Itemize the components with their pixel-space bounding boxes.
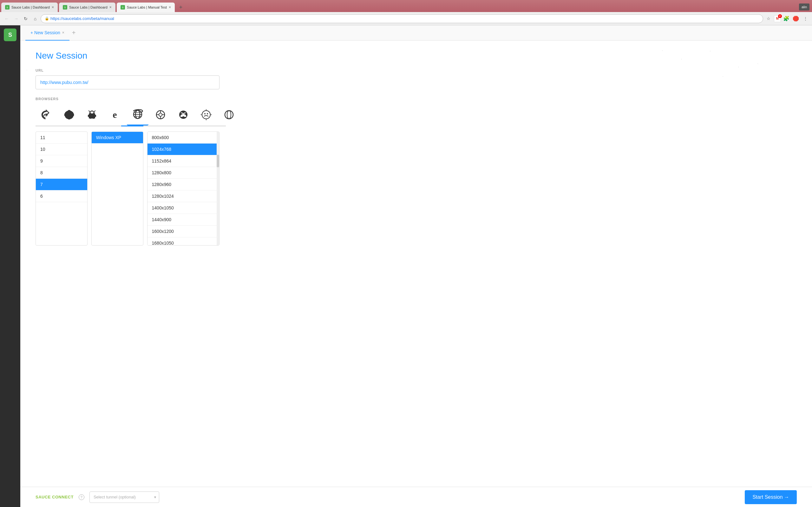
menu-button[interactable]: ⋮ <box>801 14 809 23</box>
browser-tab-2[interactable]: S Sauce Labs | Dashboard × <box>59 3 115 12</box>
browser-safari-mac-button[interactable] <box>58 104 80 125</box>
res-item-1680x1050[interactable]: 1680x1050 <box>148 237 219 245</box>
res-item-1600x1200[interactable]: 1600x1200 <box>148 226 219 237</box>
tab-title-2: Sauce Labs | Dashboard <box>69 5 107 9</box>
forward-button[interactable]: → <box>12 14 20 23</box>
tunnel-select[interactable]: Select tunnel (optional) <box>90 492 159 503</box>
home-button[interactable]: ⌂ <box>31 14 39 23</box>
selection-area: 11 10 9 8 7 6 <box>36 131 219 245</box>
browser-firefox-button[interactable] <box>172 104 194 125</box>
toolbar-right: ☆ M 2 🧩 🛑 ⋮ <box>764 14 809 23</box>
sauce-connect-label: SAUCE CONNECT <box>36 495 73 499</box>
res-item-1280x800[interactable]: 1280x800 <box>148 167 219 179</box>
scrollbar-track <box>217 132 219 245</box>
svg-rect-3 <box>95 115 96 117</box>
app-layout: S + New Session × + • • • • + + + New Se… <box>0 25 812 507</box>
app-logo: S <box>4 29 16 41</box>
svg-point-25 <box>207 113 208 114</box>
tunnel-select-wrapper: Select tunnel (optional) ▾ <box>90 492 159 503</box>
version-item-9[interactable]: 9 <box>36 155 87 167</box>
add-tab-button[interactable]: + <box>72 29 76 37</box>
os-item-winxp[interactable]: Windows XP <box>92 132 143 144</box>
bottom-bar: SAUCE CONNECT ? Select tunnel (optional)… <box>20 487 812 507</box>
svg-line-8 <box>89 111 90 112</box>
version-item-10[interactable]: 10 <box>36 144 87 155</box>
svg-text:e: e <box>113 109 117 120</box>
browser-icons-row: ↺ <box>36 104 797 125</box>
url-input[interactable] <box>36 75 219 89</box>
scrollbar-thumb[interactable] <box>217 155 219 167</box>
res-item-1152x864[interactable]: 1152x864 <box>148 155 219 167</box>
extension-icon-2[interactable]: 🛑 <box>792 14 800 23</box>
version-item-7[interactable]: 7 <box>36 179 87 190</box>
reload-button[interactable]: ↻ <box>21 14 30 23</box>
extension-icon-1[interactable]: 🧩 <box>782 14 791 23</box>
svg-point-23 <box>202 111 210 119</box>
tab-close-2[interactable]: × <box>109 5 112 9</box>
browser-divider <box>36 125 226 126</box>
browser-android-button[interactable] <box>81 104 103 125</box>
main-content: • • • • + + + New Session URL BROWSERS <box>20 41 812 507</box>
back-button[interactable]: ← <box>3 14 11 23</box>
browser-phantomjs-button[interactable] <box>195 104 217 125</box>
sauce-connect-help-button[interactable]: ? <box>79 494 84 500</box>
svg-rect-5 <box>93 117 94 119</box>
tab-favicon-1: S <box>5 5 9 9</box>
svg-rect-1 <box>89 113 95 118</box>
browser-tab-3[interactable]: S Sauce Labs | Manual Test × <box>117 3 175 12</box>
tab-close-1[interactable]: × <box>52 5 54 9</box>
tab-favicon-2: S <box>63 5 67 9</box>
browser-selected-indicator <box>121 125 143 126</box>
ssl-lock-icon: 🔒 <box>45 16 49 20</box>
tab-title-3: Sauce Labs | Manual Test <box>127 5 167 9</box>
address-bar[interactable]: 🔒 https://saucelabs.com/beta/manual <box>41 14 763 23</box>
page-title: New Session <box>36 51 797 61</box>
svg-rect-2 <box>88 115 89 117</box>
tab-close-3[interactable]: × <box>169 5 171 9</box>
svg-text:↺: ↺ <box>44 112 48 118</box>
sidebar: S <box>0 25 20 507</box>
res-item-800x600[interactable]: 800x600 <box>148 132 219 144</box>
deco-dot-2: • <box>757 63 758 65</box>
svg-point-17 <box>159 113 162 116</box>
tab-title-1: Sauce Labs | Dashboard <box>11 5 50 9</box>
tab-bar: S Sauce Labs | Dashboard × S Sauce Labs … <box>0 0 812 12</box>
svg-rect-4 <box>90 117 91 119</box>
version-list-panel: 11 10 9 8 7 6 <box>36 131 88 245</box>
url-label: URL <box>36 68 797 72</box>
start-session-button[interactable]: Start Session → <box>745 490 797 504</box>
deco-dot-7: + <box>738 66 739 68</box>
browser-edge-button[interactable]: e <box>104 104 125 125</box>
res-item-1024x768[interactable]: 1024x768 <box>148 144 219 155</box>
bookmark-star-icon[interactable]: ☆ <box>764 14 773 23</box>
browsers-section: BROWSERS ↺ <box>36 97 797 126</box>
user-label: alin <box>799 3 809 10</box>
svg-point-27 <box>227 111 231 119</box>
new-session-tab-close[interactable]: × <box>62 31 64 35</box>
app-tab-strip: + New Session × + <box>20 25 812 41</box>
version-item-8[interactable]: 8 <box>36 167 87 179</box>
res-item-1440x900[interactable]: 1440x900 <box>148 214 219 226</box>
gmail-icon[interactable]: M 2 <box>774 15 781 22</box>
res-item-1280x1024[interactable]: 1280x1024 <box>148 190 219 202</box>
browser-opera-button[interactable] <box>218 104 240 125</box>
svg-point-24 <box>204 113 206 114</box>
new-session-tab[interactable]: + New Session × <box>26 25 69 41</box>
browser-chrome-button[interactable] <box>150 104 171 125</box>
tab-new-button[interactable]: + <box>176 3 186 12</box>
version-item-11[interactable]: 11 <box>36 132 87 144</box>
browser-tab-1[interactable]: S Sauce Labs | Dashboard × <box>1 3 58 12</box>
version-item-6[interactable]: 6 <box>36 190 87 202</box>
svg-point-26 <box>225 111 233 119</box>
svg-line-9 <box>94 111 95 112</box>
browser-ie-button[interactable] <box>127 104 148 125</box>
tab-favicon-3: S <box>120 5 125 9</box>
browser-safari-ios-button[interactable]: ↺ <box>36 104 57 125</box>
res-item-1280x960[interactable]: 1280x960 <box>148 179 219 190</box>
res-item-1400x1050[interactable]: 1400x1050 <box>148 202 219 214</box>
start-session-label: Start Session → <box>752 494 789 500</box>
browser-toolbar: ← → ↻ ⌂ 🔒 https://saucelabs.com/beta/man… <box>0 12 812 25</box>
address-url: https://saucelabs.com/beta/manual <box>50 16 114 21</box>
browsers-label: BROWSERS <box>36 97 797 101</box>
new-session-tab-label: + New Session <box>31 30 60 35</box>
